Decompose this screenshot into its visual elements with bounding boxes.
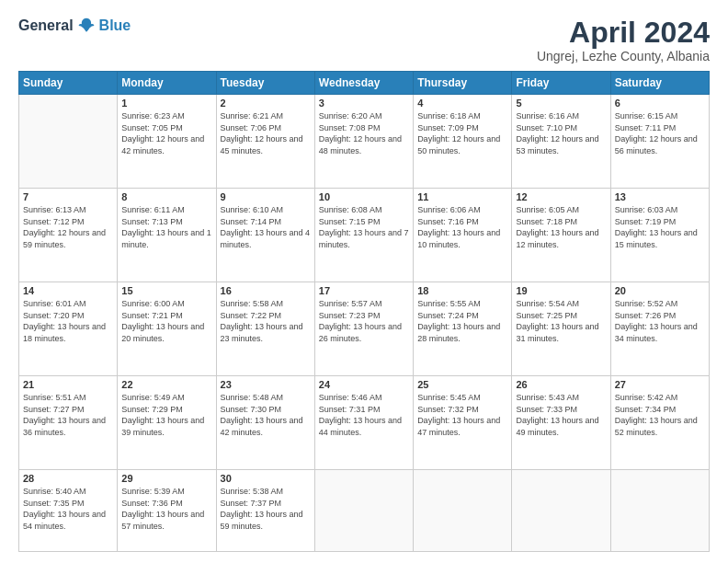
day-cell: 23Sunrise: 5:48 AMSunset: 7:30 PMDayligh… <box>216 376 314 470</box>
day-cell: 19Sunrise: 5:54 AMSunset: 7:25 PMDayligh… <box>512 282 610 376</box>
day-cell: 17Sunrise: 5:57 AMSunset: 7:23 PMDayligh… <box>314 282 413 376</box>
day-info: Sunrise: 5:42 AMSunset: 7:34 PMDaylight:… <box>615 392 705 438</box>
day-info: Sunrise: 5:48 AMSunset: 7:30 PMDaylight:… <box>221 392 311 438</box>
day-info: Sunrise: 6:10 AMSunset: 7:14 PMDaylight:… <box>221 204 311 250</box>
day-number: 19 <box>516 285 606 296</box>
day-number: 6 <box>615 98 705 109</box>
day-cell: 18Sunrise: 5:55 AMSunset: 7:24 PMDayligh… <box>414 282 512 376</box>
logo-bird-icon <box>77 17 96 35</box>
day-info: Sunrise: 6:11 AMSunset: 7:13 PMDaylight:… <box>121 204 211 250</box>
day-info: Sunrise: 5:55 AMSunset: 7:24 PMDaylight:… <box>417 298 507 344</box>
day-info: Sunrise: 5:54 AMSunset: 7:25 PMDaylight:… <box>516 298 606 344</box>
day-info: Sunrise: 6:13 AMSunset: 7:12 PMDaylight:… <box>23 204 113 250</box>
day-info: Sunrise: 6:06 AMSunset: 7:16 PMDaylight:… <box>417 204 507 250</box>
calendar-page: General Blue April 2024 Ungrej, Lezhe Co… <box>0 0 728 563</box>
logo-blue-text: Blue <box>99 17 131 34</box>
day-number: 7 <box>23 191 113 202</box>
week-row-1: 1Sunrise: 6:23 AMSunset: 7:05 PMDaylight… <box>19 95 710 189</box>
day-number: 1 <box>121 98 211 109</box>
col-header-thursday: Thursday <box>414 72 512 95</box>
day-number: 5 <box>516 98 606 109</box>
day-info: Sunrise: 6:01 AMSunset: 7:20 PMDaylight:… <box>23 298 113 344</box>
day-number: 4 <box>417 98 507 109</box>
day-cell: 15Sunrise: 6:00 AMSunset: 7:21 PMDayligh… <box>118 282 216 376</box>
day-info: Sunrise: 5:51 AMSunset: 7:27 PMDaylight:… <box>23 392 113 438</box>
week-row-4: 21Sunrise: 5:51 AMSunset: 7:27 PMDayligh… <box>19 376 710 470</box>
day-cell: 25Sunrise: 5:45 AMSunset: 7:32 PMDayligh… <box>414 376 512 470</box>
day-info: Sunrise: 5:38 AMSunset: 7:37 PMDaylight:… <box>221 486 311 532</box>
day-number: 17 <box>319 285 409 296</box>
day-cell: 2Sunrise: 6:21 AMSunset: 7:06 PMDaylight… <box>216 95 314 189</box>
col-header-sunday: Sunday <box>19 72 118 95</box>
day-number: 23 <box>221 379 311 390</box>
week-row-3: 14Sunrise: 6:01 AMSunset: 7:20 PMDayligh… <box>19 282 710 376</box>
day-number: 14 <box>23 285 113 296</box>
day-info: Sunrise: 5:43 AMSunset: 7:33 PMDaylight:… <box>516 392 606 438</box>
day-number: 22 <box>121 379 211 390</box>
col-header-saturday: Saturday <box>610 72 709 95</box>
day-number: 18 <box>417 285 507 296</box>
day-info: Sunrise: 5:57 AMSunset: 7:23 PMDaylight:… <box>319 298 409 344</box>
day-info: Sunrise: 6:03 AMSunset: 7:19 PMDaylight:… <box>615 204 705 250</box>
day-cell: 14Sunrise: 6:01 AMSunset: 7:20 PMDayligh… <box>19 282 118 376</box>
day-cell <box>610 470 709 552</box>
day-number: 10 <box>319 191 409 202</box>
day-number: 16 <box>221 285 311 296</box>
day-number: 3 <box>319 98 409 109</box>
day-cell: 3Sunrise: 6:20 AMSunset: 7:08 PMDaylight… <box>314 95 413 189</box>
day-cell: 11Sunrise: 6:06 AMSunset: 7:16 PMDayligh… <box>414 189 512 282</box>
day-cell: 10Sunrise: 6:08 AMSunset: 7:15 PMDayligh… <box>314 189 413 282</box>
header: General Blue April 2024 Ungrej, Lezhe Co… <box>18 17 710 63</box>
day-cell: 16Sunrise: 5:58 AMSunset: 7:22 PMDayligh… <box>216 282 314 376</box>
day-cell: 29Sunrise: 5:39 AMSunset: 7:36 PMDayligh… <box>118 470 216 552</box>
day-info: Sunrise: 6:20 AMSunset: 7:08 PMDaylight:… <box>319 110 409 156</box>
day-cell: 1Sunrise: 6:23 AMSunset: 7:05 PMDaylight… <box>118 95 216 189</box>
day-cell: 21Sunrise: 5:51 AMSunset: 7:27 PMDayligh… <box>19 376 118 470</box>
col-header-monday: Monday <box>118 72 216 95</box>
day-info: Sunrise: 6:16 AMSunset: 7:10 PMDaylight:… <box>516 110 606 156</box>
day-cell: 8Sunrise: 6:11 AMSunset: 7:13 PMDaylight… <box>118 189 216 282</box>
day-number: 8 <box>121 191 211 202</box>
day-number: 13 <box>615 191 705 202</box>
day-number: 12 <box>516 191 606 202</box>
day-info: Sunrise: 5:39 AMSunset: 7:36 PMDaylight:… <box>121 486 211 532</box>
day-info: Sunrise: 6:00 AMSunset: 7:21 PMDaylight:… <box>121 298 211 344</box>
day-info: Sunrise: 6:21 AMSunset: 7:06 PMDaylight:… <box>221 110 311 156</box>
day-number: 30 <box>221 473 311 484</box>
location-subtitle: Ungrej, Lezhe County, Albania <box>537 49 710 63</box>
day-info: Sunrise: 5:46 AMSunset: 7:31 PMDaylight:… <box>319 392 409 438</box>
calendar-table: SundayMondayTuesdayWednesdayThursdayFrid… <box>18 71 710 552</box>
day-cell: 30Sunrise: 5:38 AMSunset: 7:37 PMDayligh… <box>216 470 314 552</box>
day-number: 2 <box>221 98 311 109</box>
week-row-5: 28Sunrise: 5:40 AMSunset: 7:35 PMDayligh… <box>19 470 710 552</box>
day-number: 27 <box>615 379 705 390</box>
title-block: April 2024 Ungrej, Lezhe County, Albania <box>537 17 710 63</box>
day-info: Sunrise: 5:49 AMSunset: 7:29 PMDaylight:… <box>121 392 211 438</box>
col-header-wednesday: Wednesday <box>314 72 413 95</box>
logo-general-text: General <box>18 17 74 34</box>
day-cell: 5Sunrise: 6:16 AMSunset: 7:10 PMDaylight… <box>512 95 610 189</box>
day-cell: 9Sunrise: 6:10 AMSunset: 7:14 PMDaylight… <box>216 189 314 282</box>
day-info: Sunrise: 6:15 AMSunset: 7:11 PMDaylight:… <box>615 110 705 156</box>
logo: General Blue <box>18 17 131 35</box>
day-info: Sunrise: 5:45 AMSunset: 7:32 PMDaylight:… <box>417 392 507 438</box>
day-number: 28 <box>23 473 113 484</box>
day-cell <box>19 95 118 189</box>
day-number: 25 <box>417 379 507 390</box>
day-cell <box>314 470 413 552</box>
day-info: Sunrise: 5:40 AMSunset: 7:35 PMDaylight:… <box>23 486 113 532</box>
day-info: Sunrise: 6:05 AMSunset: 7:18 PMDaylight:… <box>516 204 606 250</box>
day-number: 20 <box>615 285 705 296</box>
col-header-friday: Friday <box>512 72 610 95</box>
day-number: 24 <box>319 379 409 390</box>
day-cell <box>512 470 610 552</box>
day-cell: 4Sunrise: 6:18 AMSunset: 7:09 PMDaylight… <box>414 95 512 189</box>
day-cell: 24Sunrise: 5:46 AMSunset: 7:31 PMDayligh… <box>314 376 413 470</box>
day-number: 26 <box>516 379 606 390</box>
day-cell: 27Sunrise: 5:42 AMSunset: 7:34 PMDayligh… <box>610 376 709 470</box>
day-info: Sunrise: 5:58 AMSunset: 7:22 PMDaylight:… <box>221 298 311 344</box>
day-cell: 26Sunrise: 5:43 AMSunset: 7:33 PMDayligh… <box>512 376 610 470</box>
week-row-2: 7Sunrise: 6:13 AMSunset: 7:12 PMDaylight… <box>19 189 710 282</box>
day-number: 11 <box>417 191 507 202</box>
day-info: Sunrise: 6:08 AMSunset: 7:15 PMDaylight:… <box>319 204 409 250</box>
